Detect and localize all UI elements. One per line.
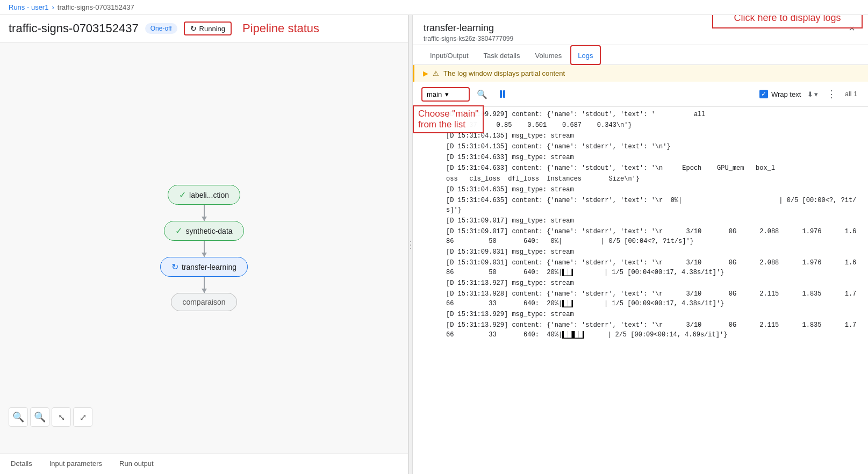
wrap-text-checkbox[interactable]: ✓ [759,90,768,98]
log-content[interactable]: [D 15:31:09.929] content: {'name': 'stdo… [413,107,868,474]
line-number [421,247,437,257]
log-line: oss cls_loss dfl_loss Instances Size\n'} [413,174,868,184]
search-button[interactable]: 🔍 [474,86,490,102]
pipeline-flow: ✓ labeli...ction ✓ synthetic-data ↻ tran… [160,185,248,311]
check-icon-2: ✓ [175,226,182,236]
log-line: [D 15:31:13.927] msg_type: stream [413,278,868,289]
search-icon: 🔍 [477,89,487,99]
node-label-3: transfer-learning [182,263,236,271]
running-node-icon: ↻ [171,262,178,272]
log-line: [D 15:31:09.929] content: {'name': 'stdo… [413,109,868,120]
line-text: [D 15:31:13.929] content: {'name': 'stde… [446,320,859,340]
line-text: 0 37 0.85 0.501 0.687 0.343\n'} [446,120,859,130]
log-line: [D 15:31:09.017] content: {'name': 'stde… [413,226,868,247]
tab-logs-label: Logs [578,52,593,60]
line-text: [D 15:31:13.929] msg_type: stream [446,310,859,319]
running-badge: ↻ Running [184,21,232,35]
pipeline-node-transfer-learning[interactable]: ↻ transfer-learning [160,257,248,277]
line-count: 1 [853,90,857,98]
download-chevron-icon: ▾ [814,90,818,98]
right-panel: transfer-learning traffic-signs-ks26z-38… [413,15,868,474]
running-label: Running [199,25,225,33]
tabs-row: Input/Output Task details Volumes Logs C… [413,45,868,65]
all-label: all [845,90,851,98]
log-dropdown[interactable]: main ▾ [421,87,470,102]
more-icon: ⋮ [827,89,836,99]
warning-expand-icon[interactable]: ▶ [423,69,428,77]
breadcrumb-parent[interactable]: Runs - user1 [9,3,48,11]
line-number [421,289,437,308]
tab-details[interactable]: Details [9,454,34,474]
right-header: transfer-learning traffic-signs-ks26z-38… [413,15,868,45]
zoom-in-button[interactable]: 🔍 [9,407,28,427]
tab-input-output-label: Input/Output [430,52,469,60]
tab-run-output[interactable]: Run output [117,454,156,474]
tab-volumes[interactable]: Volumes [528,46,568,65]
close-button[interactable]: × [847,23,857,33]
line-number [421,185,437,195]
zoom-out-button[interactable]: 🔍 [30,407,49,427]
tab-input-parameters[interactable]: Input parameters [47,454,104,474]
line-text: [D 15:31:13.928] content: {'name': 'stde… [446,289,859,308]
line-text: [D 15:31:04.633] content: {'name': 'stdo… [446,163,859,173]
log-line: [D 15:31:04.635] msg_type: stream [413,184,868,195]
pipeline-node-synthetic-data[interactable]: ✓ synthetic-data [164,221,243,241]
log-line: [D 15:31:04.633] content: {'name': 'stdo… [413,163,868,174]
line-text: [D 15:31:09.031] content: {'name': 'stde… [446,258,859,277]
oneoff-badge: One-off [145,23,177,34]
log-line: [D 15:31:13.928] content: {'name': 'stde… [413,289,868,309]
line-text: [D 15:31:04.135] msg_type: stream [446,131,859,141]
tab-task-details[interactable]: Task details [477,46,527,65]
tab-logs[interactable]: Logs [570,45,600,65]
line-number [421,216,437,226]
line-number [421,110,437,119]
breadcrumb: Runs - user1 › traffic-signs-0703152437 [0,0,868,15]
arrow-1 [204,205,205,221]
download-button[interactable]: ⬇ ▾ [805,88,820,100]
log-line: [D 15:31:04.635] content: {'name': 'stde… [413,195,868,216]
left-panel: traffic-signs-0703152437 One-off ↻ Runni… [0,15,408,474]
running-icon: ↻ [190,24,197,33]
log-controls: main ▾ 🔍 Choose "main"from the list ✓ Wr… [413,82,868,107]
line-number [421,227,437,246]
line-number [421,120,437,130]
tab-task-details-label: Task details [484,52,520,60]
log-line: [D 15:31:04.135] msg_type: stream [413,131,868,141]
pipeline-node-labeli-ction[interactable]: ✓ labeli...ction [168,185,240,205]
expand-icon: ⤢ [80,412,87,422]
breadcrumb-separator: › [52,3,54,11]
fit-icon: ⤡ [58,412,65,422]
bottom-tabs: Details Input parameters Run output [0,454,408,474]
download-icon: ⬇ [807,90,813,98]
log-line: 0 37 0.85 0.501 0.687 0.343\n'} [413,120,868,131]
resize-handle[interactable]: ⋮ [408,15,413,474]
right-title-area: transfer-learning traffic-signs-ks26z-38… [424,23,513,42]
tab-details-label: Details [11,459,32,468]
node-label-1: labeli...ction [189,191,229,199]
log-line: [D 15:31:09.031] msg_type: stream [413,247,868,257]
tab-input-parameters-label: Input parameters [49,459,102,468]
line-text: [D 15:31:04.635] msg_type: stream [446,185,859,195]
wrap-text-control: ✓ Wrap text [759,90,801,98]
log-line: [D 15:31:09.017] msg_type: stream [413,216,868,226]
line-number [421,153,437,162]
right-title: transfer-learning [424,23,513,34]
log-line: [D 15:31:04.135] content: {'name': 'stde… [413,141,868,152]
line-text: [D 15:31:04.633] msg_type: stream [446,153,859,162]
line-number [421,163,437,173]
arrow-3 [204,277,205,293]
fit-button[interactable]: ⤡ [52,407,71,427]
line-number [421,320,437,340]
pipeline-node-comparaison[interactable]: comparaison [171,293,236,311]
line-text: [D 15:31:13.927] msg_type: stream [446,278,859,288]
tab-run-output-label: Run output [119,459,154,468]
line-number [421,278,437,288]
zoom-controls: 🔍 🔍 ⤡ ⤢ [9,407,92,427]
pause-button[interactable] [494,86,511,102]
tab-input-output[interactable]: Input/Output [424,46,475,65]
expand-button[interactable]: ⤢ [73,407,92,427]
line-number [421,196,437,215]
pipeline-canvas: ✓ labeli...ction ✓ synthetic-data ↻ tran… [0,42,408,454]
zoom-in-icon: 🔍 [12,411,24,423]
more-options-button[interactable]: ⋮ [824,86,838,102]
